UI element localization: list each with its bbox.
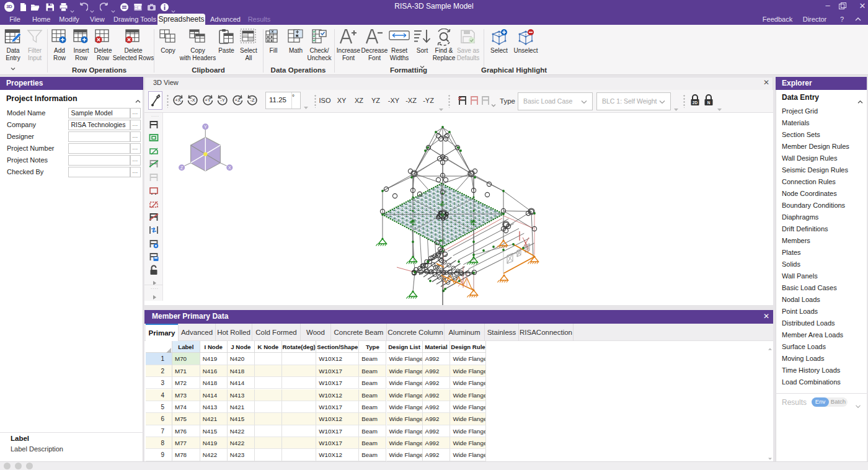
svg-text:X: X	[228, 166, 231, 170]
svg-text:-Y: -Y	[220, 97, 225, 103]
svg-text:+Z: +Z	[235, 97, 241, 103]
svg-text:+Y: +Y	[205, 97, 210, 103]
svg-text:2D: 2D	[693, 100, 698, 105]
svg-text:Y: Y	[204, 125, 207, 129]
svg-text:N: N	[707, 100, 711, 105]
svg-text:Z: Z	[180, 166, 184, 170]
svg-text:+X: +X	[175, 97, 180, 103]
svg-text:-X: -X	[190, 97, 195, 103]
svg-text:-Z: -Z	[250, 97, 254, 103]
